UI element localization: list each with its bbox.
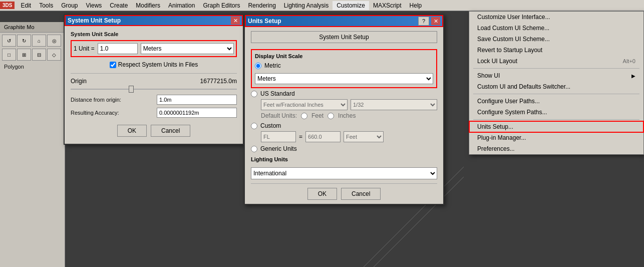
accuracy-input[interactable]	[157, 108, 237, 118]
units-help-button[interactable]: ?	[418, 17, 429, 26]
menu-tools[interactable]: Tools	[35, 1, 57, 10]
unit-equals-label: 1 Unit =	[74, 45, 95, 52]
menu-help[interactable]: Help	[406, 1, 426, 10]
custom-radio-row: Custom	[251, 122, 437, 129]
app-logo: 3DS	[0, 2, 15, 9]
custom-row: = Feet	[251, 131, 437, 142]
menu-create[interactable]: Create	[106, 1, 132, 10]
units-ok-button[interactable]: OK	[307, 188, 337, 200]
system-unit-title: System Unit Setup	[68, 17, 121, 24]
tool-btn-2[interactable]: ↻	[17, 35, 31, 47]
slider-container	[71, 89, 237, 90]
us-feet-select[interactable]: Feet w/Fractional Inches	[261, 99, 348, 110]
menu-edit[interactable]: Edit	[17, 1, 35, 10]
custom-label: Custom	[260, 122, 281, 129]
custom-fl-input[interactable]	[261, 131, 296, 142]
menu-animation[interactable]: Animation	[164, 1, 199, 10]
tool-btn-1[interactable]: ↺	[2, 35, 16, 47]
units-cancel-button[interactable]: Cancel	[341, 188, 381, 200]
slider-thumb[interactable]	[129, 86, 134, 93]
custom-unit-select[interactable]: Feet	[344, 131, 384, 142]
menu-preferences[interactable]: Preferences...	[469, 143, 643, 154]
tool-btn-8[interactable]: ◇	[47, 49, 61, 61]
menu-lock-ui[interactable]: Lock UI Layout Alt+0	[469, 56, 643, 67]
us-std-selects: Feet w/Fractional Inches 1/32	[251, 99, 437, 110]
menu-modifiers[interactable]: Modifiers	[132, 1, 164, 10]
respect-units-label: Respect System Units in Files	[118, 61, 198, 68]
custom-value-input[interactable]	[305, 131, 341, 142]
origin-label: Origin	[71, 78, 87, 85]
menu-group[interactable]: Group	[57, 1, 82, 10]
menu-lighting[interactable]: Lighting Analysis	[280, 1, 333, 10]
us-fraction-select[interactable]: 1/32	[351, 99, 437, 110]
inches-label: Inches	[338, 112, 356, 119]
tool-btn-3[interactable]: ⌂	[32, 35, 46, 47]
divider-1	[71, 73, 237, 74]
feet-label: Feet	[311, 112, 324, 119]
distance-label: Distance from origin:	[71, 97, 121, 103]
units-body: US Standard Feet w/Fractional Inches 1/3…	[245, 90, 443, 204]
menu-save-ui[interactable]: Save Custom UI Scheme...	[469, 34, 643, 45]
menu-show-ui[interactable]: Show UI ▶	[469, 70, 643, 81]
menubar: 3DS Edit Tools Group Views Create Modifi…	[0, 0, 644, 11]
accuracy-label: Resulting Accuracy:	[71, 110, 119, 116]
generic-section: Generic Units	[251, 145, 437, 152]
tool-btn-5[interactable]: □	[2, 49, 16, 61]
system-unit-body: System Unit Scale 1 Unit = Meters Centim…	[65, 26, 243, 144]
respect-units-checkbox[interactable]	[110, 62, 116, 68]
generic-radio[interactable]	[251, 146, 257, 152]
menu-user-paths[interactable]: Configure User Paths...	[469, 96, 643, 107]
tool-btn-7[interactable]: ⊟	[32, 49, 46, 61]
menu-units-setup[interactable]: Units Setup...	[469, 121, 643, 132]
tool-row-2: □ ⊞ ⊟ ◇	[2, 49, 63, 61]
units-close-button[interactable]: ✕	[431, 17, 440, 25]
unit-value-input[interactable]	[98, 43, 138, 54]
inches-radio[interactable]	[328, 113, 334, 119]
menu-system-paths[interactable]: Configure System Paths...	[469, 107, 643, 118]
menu-separator-1	[473, 68, 639, 69]
system-unit-cancel-button[interactable]: Cancel	[151, 125, 190, 137]
us-standard-radio-row: US Standard	[251, 90, 437, 97]
default-units-row: Default Units: Feet Inches	[251, 112, 437, 119]
lighting-dropdown[interactable]: International American	[251, 167, 437, 179]
us-standard-label: US Standard	[260, 90, 295, 97]
metric-radio[interactable]	[255, 63, 261, 69]
units-setup-title: Units Setup	[248, 18, 281, 25]
default-units-label: Default Units:	[261, 112, 297, 119]
menu-customize[interactable]: Customize	[333, 1, 369, 10]
left-sidebar: Graphite Mo ↺ ↻ ⌂ ◎ □ ⊞ ⊟ ◇ Polygon	[0, 22, 65, 267]
distance-input[interactable]	[157, 95, 237, 105]
menu-graph-editors[interactable]: Graph Editors	[199, 1, 244, 10]
customize-menu: Customize User Interface... Load Custom …	[469, 11, 644, 155]
menu-customize-ui[interactable]: Customize User Interface...	[469, 12, 643, 23]
menu-rendering[interactable]: Rendering	[244, 1, 279, 10]
feet-radio[interactable]	[301, 113, 307, 119]
menu-load-ui[interactable]: Load Custom UI Scheme...	[469, 23, 643, 34]
menu-views[interactable]: Views	[82, 1, 106, 10]
tool-btn-4[interactable]: ◎	[47, 35, 61, 47]
metric-label: Metric	[264, 62, 281, 69]
lighting-section: Lighting Units International American	[251, 156, 437, 179]
system-unit-btn-row: System Unit Setup	[245, 27, 443, 47]
polygon-label: Polygon	[2, 63, 63, 71]
units-setup-dialog: Units Setup ? ✕ System Unit Setup Displa…	[244, 14, 444, 205]
units-setup-titlebar: Units Setup ? ✕	[245, 15, 443, 27]
tool-btn-6[interactable]: ⊞	[17, 49, 31, 61]
system-unit-titlebar: System Unit Setup ✕	[65, 15, 243, 26]
metric-dropdown[interactable]: Meters Centimeters Millimeters	[255, 73, 433, 84]
custom-equals: =	[299, 133, 302, 140]
lighting-label: Lighting Units	[251, 156, 437, 162]
tool-row-1: ↺ ↻ ⌂ ◎	[2, 35, 63, 47]
menu-custom-defaults[interactable]: Custom UI and Defaults Switcher...	[469, 81, 643, 92]
us-standard-radio[interactable]	[251, 91, 257, 97]
unit-type-select[interactable]: Meters Centimeters Millimeters Feet Inch…	[141, 43, 234, 54]
menu-plugin-manager[interactable]: Plug-in Manager...	[469, 132, 643, 143]
system-unit-setup-button[interactable]: System Unit Setup	[251, 31, 437, 43]
system-unit-ok-button[interactable]: OK	[117, 125, 147, 137]
menu-maxscript[interactable]: MAXScript	[369, 1, 406, 10]
system-unit-buttons: OK Cancel	[71, 121, 237, 139]
system-unit-close-button[interactable]: ✕	[231, 17, 240, 25]
menu-revert-layout[interactable]: Revert to Startup Layout	[469, 45, 643, 56]
custom-radio[interactable]	[251, 123, 257, 129]
custom-section: Custom = Feet	[251, 122, 437, 142]
